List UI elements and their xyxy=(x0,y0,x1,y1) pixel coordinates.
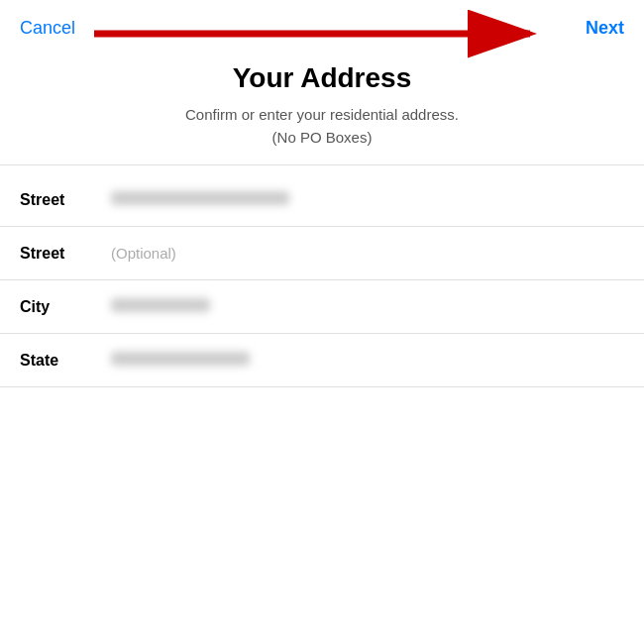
city-label: City xyxy=(20,298,99,316)
arrow-annotation xyxy=(0,6,644,60)
state-value xyxy=(111,352,624,369)
form-section: Street Street (Optional) City State xyxy=(0,173,644,387)
state-label: State xyxy=(20,352,99,370)
street1-row[interactable]: Street xyxy=(0,173,644,227)
street1-label: Street xyxy=(20,191,99,209)
title-section: Your Address Confirm or enter your resid… xyxy=(0,53,644,164)
form-divider xyxy=(0,164,644,165)
street2-label: Street xyxy=(20,245,99,263)
street1-value xyxy=(111,191,624,208)
city-value xyxy=(111,298,624,315)
street2-placeholder: (Optional) xyxy=(111,245,176,262)
header: Cancel Next xyxy=(0,0,644,53)
city-row[interactable]: City xyxy=(0,280,644,334)
page-subtitle: Confirm or enter your residential addres… xyxy=(30,104,614,149)
street2-row[interactable]: Street (Optional) xyxy=(0,227,644,280)
page-title: Your Address xyxy=(30,62,614,94)
state-row[interactable]: State xyxy=(0,334,644,387)
